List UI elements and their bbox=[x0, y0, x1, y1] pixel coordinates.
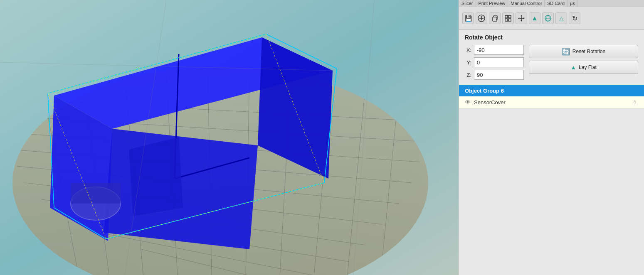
svg-rect-51 bbox=[505, 15, 508, 18]
toolbar: 💾 ▲ △ ↻ bbox=[459, 7, 644, 30]
rotate-toolbar-button[interactable]: ↻ bbox=[569, 12, 580, 24]
svg-marker-56 bbox=[521, 20, 522, 22]
reset-rotation-label: Reset Rotation bbox=[572, 49, 605, 54]
x-label: X: bbox=[465, 47, 471, 53]
tab-sd-card[interactable]: SD Card bbox=[545, 0, 568, 7]
rotate-fields: X: Y: Z: bbox=[465, 45, 524, 80]
tab-us[interactable]: μs bbox=[568, 0, 578, 7]
y-label: Y: bbox=[465, 59, 471, 66]
z-field-row: Z: bbox=[465, 70, 524, 80]
layflat-toolbar-button[interactable]: △ bbox=[555, 12, 567, 24]
scale-button[interactable]: ▲ bbox=[529, 12, 540, 24]
y-input[interactable] bbox=[474, 57, 524, 67]
rotate-section: Rotate Object X: Y: Z: 🔄 bbox=[459, 30, 644, 84]
rotate-action-buttons: 🔄 Reset Rotation ▲ Lay Flat bbox=[529, 45, 638, 80]
sensor-cover-item[interactable]: 👁 SensorCover 1 bbox=[459, 96, 644, 108]
add-object-button[interactable] bbox=[476, 12, 487, 24]
z-label: Z: bbox=[465, 72, 471, 78]
object-group-header: Object Group 6 bbox=[459, 85, 644, 96]
copy-button[interactable] bbox=[489, 12, 501, 24]
lay-flat-icon: ▲ bbox=[570, 64, 576, 71]
reset-rotation-icon: 🔄 bbox=[562, 48, 570, 56]
svg-rect-31 bbox=[71, 183, 121, 204]
visibility-icon[interactable]: 👁 bbox=[465, 99, 471, 106]
move-button[interactable] bbox=[516, 12, 527, 24]
svg-marker-55 bbox=[521, 15, 522, 16]
z-input[interactable] bbox=[474, 70, 524, 80]
right-panel: Slicer Print Preview Manual Control SD C… bbox=[459, 0, 644, 275]
item-count: 1 bbox=[634, 99, 637, 106]
svg-rect-53 bbox=[505, 19, 508, 21]
lay-flat-label: Lay Flat bbox=[579, 64, 597, 70]
svg-rect-52 bbox=[508, 15, 511, 18]
svg-marker-32 bbox=[129, 137, 183, 216]
x-field-row: X: bbox=[465, 45, 524, 55]
svg-rect-50 bbox=[493, 17, 497, 21]
3d-viewport[interactable] bbox=[0, 0, 459, 275]
view-toggle-button[interactable] bbox=[542, 12, 554, 24]
tab-print-preview[interactable]: Print Preview bbox=[476, 0, 508, 7]
y-field-row: Y: bbox=[465, 57, 524, 67]
svg-marker-58 bbox=[523, 17, 525, 19]
svg-rect-54 bbox=[508, 19, 511, 21]
rotate-section-title: Rotate Object bbox=[465, 34, 638, 41]
reset-rotation-button[interactable]: 🔄 Reset Rotation bbox=[529, 45, 638, 58]
object-group-title: Object Group 6 bbox=[465, 88, 504, 94]
save-button[interactable]: 💾 bbox=[462, 12, 474, 24]
tab-bar: Slicer Print Preview Manual Control SD C… bbox=[459, 0, 644, 7]
tab-slicer[interactable]: Slicer bbox=[459, 0, 476, 7]
object-group-section: Object Group 6 👁 SensorCover 1 bbox=[459, 85, 644, 108]
item-name-sensor-cover: SensorCover bbox=[474, 99, 630, 106]
lay-flat-button[interactable]: ▲ Lay Flat bbox=[529, 61, 638, 74]
x-input[interactable] bbox=[474, 45, 524, 55]
tab-manual-control[interactable]: Manual Control bbox=[508, 0, 545, 7]
section-divider bbox=[459, 84, 644, 84]
grid-button[interactable] bbox=[502, 12, 514, 24]
svg-marker-57 bbox=[518, 17, 519, 19]
